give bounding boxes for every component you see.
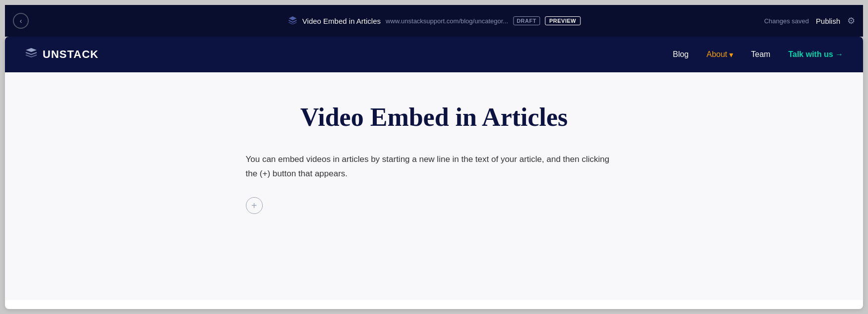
editor-bar: ‹ Video Embed in Articles www.unstacksup… [5, 5, 863, 37]
preview-button[interactable]: PREVIEW [545, 16, 580, 25]
nav-link-cta[interactable]: Talk with us → [788, 50, 843, 59]
editor-bar-center: Video Embed in Articles www.unstacksuppo… [288, 15, 580, 27]
nav-link-about[interactable]: About ▾ [706, 50, 733, 59]
editor-url: www.unstacksupport.com/blog/uncategor... [386, 17, 508, 25]
site-preview-card: UNSTACK Blog About ▾ Team Talk with us →… [5, 37, 863, 309]
site-logo: UNSTACK [25, 48, 99, 61]
outer-wrapper: ‹ Video Embed in Articles www.unstacksup… [0, 0, 868, 314]
changes-saved-label: Changes saved [764, 17, 809, 25]
page-icon [288, 15, 297, 27]
settings-icon[interactable]: ⚙ [847, 15, 855, 26]
article-body: You can embed videos in articles by star… [246, 153, 623, 181]
article-content: Video Embed in Articles You can embed vi… [5, 72, 863, 300]
nav-link-blog[interactable]: Blog [673, 50, 689, 59]
logo-text: UNSTACK [43, 48, 99, 61]
publish-button[interactable]: Publish [816, 17, 840, 25]
nav-link-team[interactable]: Team [751, 50, 770, 59]
article-title: Video Embed in Articles [246, 102, 623, 133]
about-label: About [706, 50, 727, 59]
editor-title: Video Embed in Articles [302, 17, 381, 25]
editor-bar-right: Changes saved Publish ⚙ [764, 15, 855, 26]
back-button[interactable]: ‹ [13, 13, 29, 29]
add-block-button[interactable]: + [246, 197, 263, 214]
site-nav: UNSTACK Blog About ▾ Team Talk with us → [5, 37, 863, 72]
logo-icon [25, 48, 38, 61]
back-icon: ‹ [20, 17, 22, 25]
article-inner: Video Embed in Articles You can embed vi… [246, 102, 623, 214]
draft-badge: DRAFT [513, 16, 540, 25]
about-chevron: ▾ [729, 50, 733, 59]
site-nav-links: Blog About ▾ Team Talk with us → [673, 50, 843, 59]
